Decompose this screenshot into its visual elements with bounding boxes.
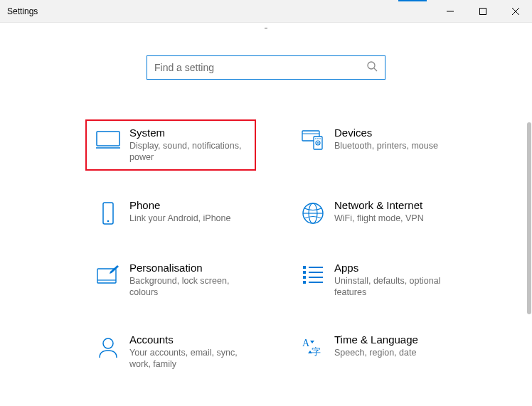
category-desc: Uninstall, defaults, optional features — [334, 275, 455, 299]
time-language-icon: A字 — [296, 333, 330, 370]
phone-icon — [91, 199, 125, 226]
svg-text:字: 字 — [312, 346, 321, 357]
globe-icon — [296, 199, 330, 226]
minimize-icon — [447, 8, 454, 15]
search-input[interactable] — [154, 62, 366, 73]
titlebar: Settings — [0, 0, 532, 23]
category-desc: Link your Android, iPhone — [129, 213, 230, 224]
svg-point-4 — [368, 62, 375, 69]
category-title: Apps — [334, 262, 455, 274]
svg-point-14 — [317, 138, 319, 139]
window-title: Settings — [7, 6, 38, 16]
category-devices[interactable]: Devices Bluetooth, printers, mouse — [290, 119, 461, 171]
svg-point-15 — [319, 138, 321, 139]
category-phone[interactable]: Phone Link your Android, iPhone — [85, 192, 256, 233]
svg-rect-1 — [480, 8, 486, 14]
svg-rect-24 — [303, 271, 306, 274]
maximize-button[interactable] — [467, 0, 499, 22]
category-system[interactable]: System Display, sound, notifications, po… — [85, 119, 256, 171]
svg-text:A: A — [302, 338, 310, 348]
svg-point-31 — [103, 338, 113, 348]
accounts-icon — [91, 333, 125, 370]
category-title: Phone — [129, 199, 230, 211]
category-network[interactable]: Network & Internet WiFi, flight mode, VP… — [290, 192, 461, 233]
category-title: Time & Language — [334, 333, 418, 346]
svg-rect-25 — [303, 276, 306, 279]
category-desc: Background, lock screen, colours — [129, 275, 250, 299]
category-desc: Speech, region, date — [334, 347, 418, 358]
svg-point-13 — [315, 138, 316, 139]
heading-placeholder: - — [264, 21, 267, 34]
personalisation-icon — [91, 262, 125, 299]
svg-rect-6 — [97, 132, 119, 146]
svg-line-5 — [374, 68, 377, 71]
category-title: Personalisation — [129, 262, 250, 274]
maximize-icon — [479, 8, 486, 15]
category-title: Network & Internet — [334, 199, 424, 211]
category-personalisation[interactable]: Personalisation Background, lock screen,… — [85, 255, 256, 306]
window-controls — [434, 0, 532, 22]
svg-rect-23 — [303, 266, 306, 269]
category-desc: WiFi, flight mode, VPN — [334, 213, 424, 224]
category-title: System — [129, 127, 250, 139]
system-icon — [91, 127, 125, 164]
search-icon — [366, 60, 378, 75]
devices-icon — [296, 127, 330, 164]
category-desc: Bluetooth, printers, mouse — [334, 140, 438, 151]
category-desc: Your accounts, email, sync, work, family — [129, 347, 250, 370]
apps-icon — [296, 262, 330, 299]
category-apps[interactable]: Apps Uninstall, defaults, optional featu… — [290, 255, 461, 306]
svg-point-12 — [317, 142, 319, 144]
close-icon — [512, 8, 519, 15]
close-button[interactable] — [499, 0, 532, 22]
category-time-language[interactable]: A字 Time & Language Speech, region, date — [290, 326, 461, 378]
titlebar-accent — [398, 0, 427, 1]
content-area: - System Display, sound, notifications, … — [0, 23, 532, 406]
svg-rect-26 — [303, 281, 306, 284]
category-title: Accounts — [129, 333, 250, 346]
svg-point-17 — [107, 220, 110, 222]
categories-grid: System Display, sound, notifications, po… — [85, 119, 532, 378]
scrollbar-thumb[interactable] — [527, 122, 531, 314]
category-desc: Display, sound, notifications, power — [129, 140, 250, 164]
category-accounts[interactable]: Accounts Your accounts, email, sync, wor… — [85, 326, 256, 378]
search-box[interactable] — [147, 55, 385, 80]
category-title: Devices — [334, 127, 438, 139]
minimize-button[interactable] — [434, 0, 467, 22]
